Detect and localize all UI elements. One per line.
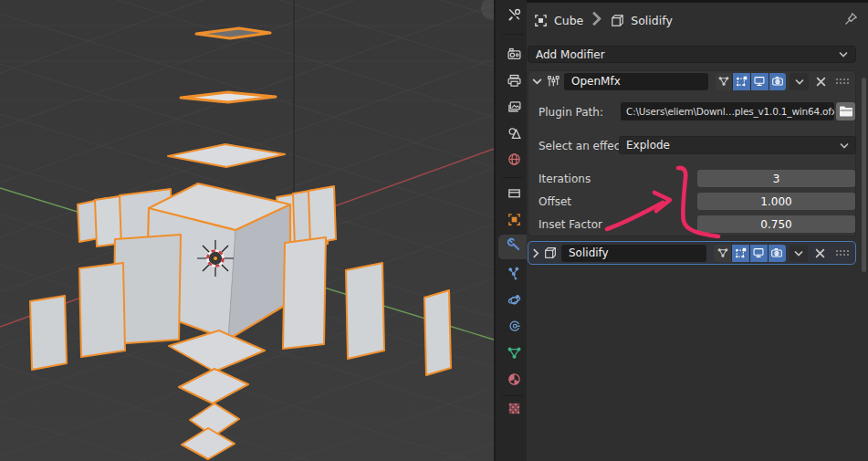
drag-grip-icon	[835, 78, 850, 85]
delete-modifier-button[interactable]	[811, 247, 829, 259]
offset-label: Offset	[539, 195, 571, 208]
realtime-display-toggle[interactable]	[750, 245, 768, 262]
render-display-toggle[interactable]	[769, 245, 786, 262]
tab-output[interactable]	[502, 70, 526, 94]
properties-tab-bar	[494, 0, 527, 461]
on-cage-toggle[interactable]	[716, 73, 733, 90]
tab-separator	[503, 34, 523, 35]
tab-physics[interactable]	[502, 289, 526, 313]
tab-constraints[interactable]	[502, 315, 526, 339]
view-layer-icon	[507, 100, 522, 119]
on-cage-icon	[717, 75, 730, 88]
tab-world[interactable]	[502, 149, 526, 173]
chevron-down-icon	[840, 142, 849, 149]
add-modifier-label: Add Modifier	[536, 48, 605, 61]
tab-material[interactable]	[502, 369, 526, 393]
side-face-right-front[interactable]	[283, 237, 326, 349]
inset-factor-slider[interactable]: 0.750	[697, 215, 855, 233]
on-cage-toggle[interactable]	[714, 245, 731, 262]
side-face-far-right-1[interactable]	[346, 263, 384, 359]
world-icon	[507, 152, 522, 171]
offset-value: 1.000	[760, 195, 791, 208]
constraints-icon	[507, 318, 522, 337]
tab-tool[interactable]	[502, 5, 526, 28]
tab-object[interactable]	[502, 209, 526, 233]
drag-grip-icon	[835, 249, 850, 257]
properties-editor: Cube Solidify Add Modifier OpenMfx	[527, 0, 868, 461]
expand-chevron-icon[interactable]	[532, 78, 542, 85]
chevron-down-icon	[795, 79, 804, 85]
modifier-extras-button[interactable]	[790, 73, 809, 90]
render-display-icon	[770, 246, 783, 259]
plugin-path-field[interactable]: C:\Users\eliem\Downl…ples_v1.0.1_win64.o…	[621, 102, 834, 120]
modifier-name-field[interactable]: OpenMfx	[564, 73, 708, 90]
tab-render[interactable]	[502, 44, 526, 68]
side-face-right-back-3[interactable]	[309, 186, 336, 244]
display-toggle-group	[714, 245, 785, 262]
render-properties-icon	[507, 47, 522, 66]
solidify-modifier-panel: Solidify	[528, 241, 856, 265]
effect-dropdown[interactable]: Explode	[619, 136, 856, 154]
physics-icon	[507, 292, 522, 311]
texture-icon	[507, 401, 522, 420]
side-face-far-right-2[interactable]	[424, 290, 451, 375]
render-display-toggle[interactable]	[769, 73, 787, 90]
offset-slider[interactable]: 1.000	[697, 193, 855, 210]
tab-view-layer[interactable]	[502, 97, 526, 120]
solidify-modifier-icon	[610, 13, 625, 28]
3d-cursor	[197, 240, 234, 277]
delete-modifier-button[interactable]	[812, 76, 830, 88]
iterations-slider[interactable]: 3	[697, 170, 855, 187]
tab-modifiers[interactable]	[502, 235, 526, 258]
realtime-display-icon	[752, 246, 765, 259]
realtime-display-icon	[753, 75, 766, 88]
particles-icon	[507, 266, 522, 285]
plugin-path-label: Plugin Path:	[539, 106, 603, 119]
edit-mode-icon	[736, 75, 748, 88]
browse-folder-button[interactable]	[836, 102, 855, 120]
iterations-value: 3	[773, 173, 780, 185]
iterations-label: Iterations	[539, 173, 591, 185]
material-icon	[507, 372, 522, 391]
openmfx-modifier-panel: OpenMfx	[528, 70, 856, 236]
realtime-display-toggle[interactable]	[751, 73, 769, 90]
edit-mode-icon	[735, 246, 748, 259]
3d-viewport[interactable]	[0, 0, 494, 461]
expand-chevron-icon[interactable]	[532, 248, 539, 258]
scrollbar-thumb[interactable]	[862, 78, 866, 272]
on-cage-icon	[716, 246, 729, 259]
object-data-icon	[507, 345, 522, 364]
side-face-left-mid[interactable]	[79, 263, 125, 357]
close-x-icon	[815, 76, 827, 88]
side-face-far-left[interactable]	[30, 296, 67, 370]
display-toggle-group	[716, 73, 786, 90]
modifier-name-field[interactable]: Solidify	[561, 245, 706, 262]
edit-mode-toggle[interactable]	[733, 73, 750, 90]
openmfx-plugin-icon	[546, 74, 560, 89]
drag-grip-handle[interactable]	[832, 78, 852, 85]
inset-factor-label: Inset Factor	[539, 218, 602, 231]
modifier-extras-button[interactable]	[790, 245, 809, 262]
tab-scene[interactable]	[502, 123, 526, 147]
inset-factor-value: 0.750	[760, 218, 791, 231]
tab-texture[interactable]	[502, 398, 526, 422]
edit-mode-toggle[interactable]	[732, 245, 749, 262]
object-icon	[507, 212, 522, 231]
tab-particles[interactable]	[502, 263, 526, 287]
pin-icon[interactable]	[843, 11, 859, 26]
tab-collection[interactable]	[502, 183, 526, 206]
tool-icon	[507, 7, 522, 26]
modifier-name-text: Solidify	[569, 246, 609, 259]
add-modifier-dropdown[interactable]: Add Modifier	[528, 46, 856, 63]
tab-separator	[503, 395, 523, 396]
chevron-right-icon	[589, 11, 604, 29]
editor-top-border	[527, 0, 868, 3]
drag-grip-handle[interactable]	[832, 249, 852, 257]
folder-icon	[840, 106, 852, 117]
collection-icon	[507, 185, 522, 204]
output-printer-icon	[507, 73, 522, 92]
render-display-icon	[771, 75, 784, 88]
effect-selected-value: Explode	[626, 139, 670, 152]
tab-separator	[503, 177, 523, 178]
tab-object-data[interactable]	[502, 342, 526, 366]
